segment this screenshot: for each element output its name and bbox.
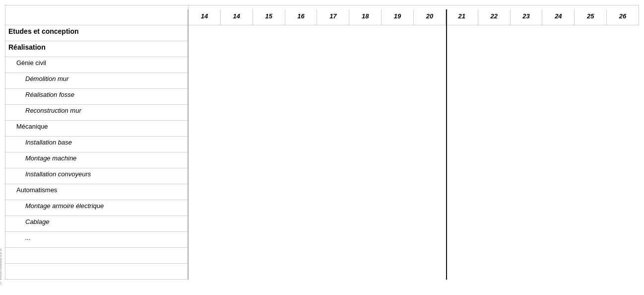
week-header-18: 18	[349, 9, 382, 25]
row-reconstruction-label: Reconstruction mur	[5, 105, 188, 121]
row-installation-convoyeurs-label: Installation convoyeurs	[5, 168, 188, 184]
row-realisation-fosse-label: Réalisation fosse	[5, 89, 188, 105]
row-realisation-label: Réalisation	[5, 41, 188, 57]
row-cablage-label: Cablage	[5, 216, 188, 232]
row-etudes-label: Etudes et conception	[5, 25, 188, 41]
week-header-14a: 14	[189, 9, 221, 25]
week-header-14b: 14	[221, 9, 253, 25]
week-header-17: 17	[317, 9, 349, 25]
row-ellipsis-label: ...	[5, 232, 188, 248]
watermark: © flconsultants.fr	[0, 248, 2, 285]
task-column-header	[5, 5, 189, 9]
week-header-16: 16	[285, 9, 318, 25]
gantt-title	[189, 5, 639, 9]
week-header-26: 26	[607, 9, 639, 25]
row-genie-civil-label: Génie civil	[5, 57, 188, 73]
week-header-19: 19	[382, 9, 414, 25]
week-header-24: 24	[542, 9, 575, 25]
week-header-22: 22	[478, 9, 511, 25]
row-installation-base-label: Installation base	[5, 137, 188, 152]
week-header-25: 25	[575, 9, 607, 25]
row-demolition-label: Démolition mur	[5, 73, 188, 89]
row-empty1-label	[5, 248, 188, 264]
row-automatismes-label: Automatismes	[5, 184, 188, 200]
week-header-23: 23	[511, 9, 543, 25]
row-empty2-label	[5, 264, 188, 280]
row-mecanique-label: Mécanique	[5, 121, 188, 137]
week-header-21: 21	[446, 9, 478, 25]
week-header-20: 20	[414, 9, 446, 25]
row-montage-armoire-label: Montage armoire électrique	[5, 200, 188, 216]
week-header-15: 15	[253, 9, 285, 25]
current-week-line	[446, 9, 447, 280]
row-montage-machine-label: Montage machine	[5, 152, 188, 168]
